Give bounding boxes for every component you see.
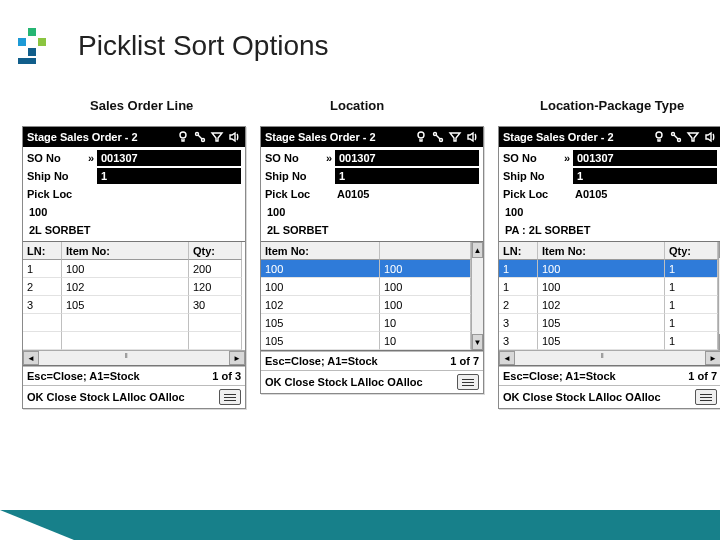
extra-line-2: PA : 2L SORBET (503, 224, 592, 236)
panel-2: Stage Sales Order - 2SO No»001307Ship No… (498, 126, 720, 409)
extra-line-1: 100 (27, 206, 49, 218)
data-table: LN:Item No:Qty:11002002102120310530◄► (23, 241, 245, 366)
col-header[interactable]: Item No: (538, 242, 665, 260)
status-right: 1 of 3 (212, 370, 241, 382)
table-cell: 100 (380, 296, 471, 314)
table-row[interactable]: 11001 (499, 278, 718, 296)
table-row[interactable]: 10510 (261, 332, 471, 350)
table-row[interactable]: 31051 (499, 332, 718, 350)
footer-triangle (0, 510, 74, 540)
chevron-right-icon[interactable]: » (561, 152, 573, 164)
table-cell: 1 (499, 278, 538, 296)
panel-0: Stage Sales Order - 2SO No»001307Ship No… (22, 126, 246, 409)
table-cell: 2 (23, 278, 62, 296)
ship-value[interactable]: 1 (335, 168, 479, 184)
ship-value[interactable]: 1 (97, 168, 241, 184)
bottom-toolbar: OK Close Stock LAlloc OAlloc (23, 385, 245, 408)
page-title: Picklist Sort Options (78, 30, 329, 62)
keyboard-icon[interactable] (457, 374, 479, 390)
filter-icon[interactable] (448, 130, 462, 144)
table-cell: 200 (189, 260, 242, 278)
connect-icon[interactable] (193, 130, 207, 144)
status-right: 1 of 7 (688, 370, 717, 382)
scroll-up-icon[interactable]: ▲ (472, 242, 483, 258)
table-row[interactable]: 310530 (23, 296, 245, 314)
table-cell: 1 (665, 278, 718, 296)
bulb-icon[interactable] (652, 130, 666, 144)
table-cell: 100 (261, 260, 380, 278)
col-header[interactable]: Qty: (189, 242, 242, 260)
col-header[interactable]: Item No: (62, 242, 189, 260)
status-bar: Esc=Close; A1=Stock1 of 7 (261, 351, 483, 370)
table-row[interactable]: 1100200 (23, 260, 245, 278)
connect-icon[interactable] (431, 130, 445, 144)
table-row[interactable]: 21021 (499, 296, 718, 314)
table-row[interactable]: 100100 (261, 278, 471, 296)
table-row[interactable]: 31051 (499, 314, 718, 332)
col-header[interactable] (380, 242, 471, 260)
col-header[interactable]: LN: (23, 242, 62, 260)
vertical-scrollbar[interactable]: ▲▼ (471, 242, 483, 350)
scroll-right-icon[interactable]: ► (229, 351, 245, 365)
panel-titlebar: Stage Sales Order - 2 (499, 127, 720, 147)
table-cell: 105 (62, 296, 189, 314)
table-cell: 105 (538, 332, 665, 350)
ship-value[interactable]: 1 (573, 168, 717, 184)
so-value[interactable]: 001307 (97, 150, 241, 166)
so-value[interactable]: 001307 (335, 150, 479, 166)
bulb-icon[interactable] (176, 130, 190, 144)
sound-icon[interactable] (465, 130, 479, 144)
col-header[interactable]: LN: (499, 242, 538, 260)
scroll-left-icon[interactable]: ◄ (499, 351, 515, 365)
table-cell: 100 (62, 260, 189, 278)
ship-label: Ship No (503, 170, 561, 182)
table-cell: 100 (380, 260, 471, 278)
sound-icon[interactable] (227, 130, 241, 144)
panel-title-text: Stage Sales Order - 2 (265, 131, 376, 143)
filter-icon[interactable] (686, 130, 700, 144)
table-cell: 2 (499, 296, 538, 314)
panel-title-text: Stage Sales Order - 2 (503, 131, 614, 143)
col-header[interactable]: Qty: (665, 242, 718, 260)
bulb-icon[interactable] (414, 130, 428, 144)
pickloc-value: A0105 (335, 188, 371, 200)
panel-fields: SO No»001307Ship No1Pick Loc1002L SORBET (23, 147, 245, 241)
table-cell: 102 (538, 296, 665, 314)
chevron-right-icon[interactable]: » (85, 152, 97, 164)
sound-icon[interactable] (703, 130, 717, 144)
chevron-right-icon[interactable]: » (323, 152, 335, 164)
bottom-toolbar: OK Close Stock LAlloc OAlloc (499, 385, 720, 408)
table-cell: 1 (665, 332, 718, 350)
scroll-down-icon[interactable]: ▼ (472, 334, 483, 350)
bottom-actions[interactable]: OK Close Stock LAlloc OAlloc (27, 391, 185, 403)
so-value[interactable]: 001307 (573, 150, 717, 166)
table-row[interactable]: 100100 (261, 260, 471, 278)
bottom-actions[interactable]: OK Close Stock LAlloc OAlloc (503, 391, 661, 403)
panel-title-text: Stage Sales Order - 2 (27, 131, 138, 143)
scroll-left-icon[interactable]: ◄ (23, 351, 39, 365)
extra-line-1: 100 (503, 206, 525, 218)
keyboard-icon[interactable] (695, 389, 717, 405)
table-cell: 10 (380, 314, 471, 332)
filter-icon[interactable] (210, 130, 224, 144)
scroll-right-icon[interactable]: ► (705, 351, 720, 365)
col-header[interactable]: Item No: (261, 242, 380, 260)
panel-titlebar: Stage Sales Order - 2 (23, 127, 245, 147)
keyboard-icon[interactable] (219, 389, 241, 405)
data-table: LN:Item No:Qty:1100111001210213105131051… (499, 241, 720, 366)
pickloc-label: Pick Loc (27, 188, 85, 200)
table-row[interactable]: 102100 (261, 296, 471, 314)
horizontal-scrollbar[interactable]: ◄► (23, 350, 245, 365)
table-row-empty (23, 332, 245, 350)
table-cell: 102 (62, 278, 189, 296)
connect-icon[interactable] (669, 130, 683, 144)
bottom-actions[interactable]: OK Close Stock LAlloc OAlloc (265, 376, 423, 388)
table-row[interactable]: 10510 (261, 314, 471, 332)
so-label: SO No (503, 152, 561, 164)
table-row[interactable]: 11001 (499, 260, 718, 278)
table-row[interactable]: 2102120 (23, 278, 245, 296)
so-label: SO No (265, 152, 323, 164)
so-label: SO No (27, 152, 85, 164)
table-cell: 3 (499, 332, 538, 350)
horizontal-scrollbar[interactable]: ◄► (499, 350, 720, 365)
